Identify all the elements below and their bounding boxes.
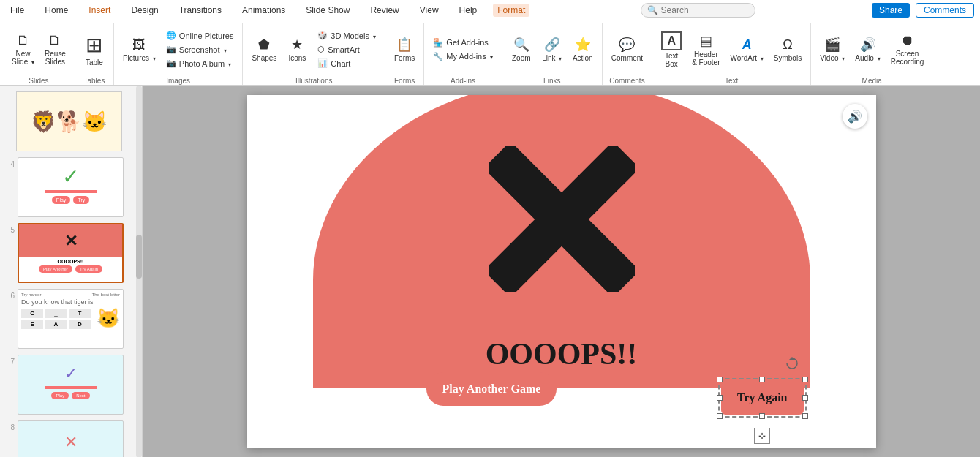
search-input[interactable] bbox=[661, 5, 749, 15]
slide-thumb-5[interactable]: ✕ OOOOPS!! Play Another Try Again bbox=[18, 223, 124, 283]
my-add-ins-dropdown[interactable]: ▾ bbox=[490, 54, 493, 61]
search-bar[interactable]: 🔍 bbox=[641, 3, 755, 18]
handle-mr[interactable] bbox=[802, 395, 808, 401]
shapes-button[interactable]: ⬟ Shapes bbox=[247, 29, 281, 70]
ribbon-group-text: A TextBox ▤ Header& Footer A WordArt ▾ Ω… bbox=[652, 23, 811, 85]
slide-item-7[interactable]: 7 ✓ Play Next bbox=[3, 353, 139, 416]
screenshot-button[interactable]: 📷 Screenshot ▾ bbox=[162, 43, 238, 56]
slide-item-6[interactable]: 6 Try harder The best letter Do you know… bbox=[3, 287, 139, 350]
handle-bl[interactable] bbox=[717, 413, 723, 419]
tables-group-items: ⊞ Table bbox=[80, 23, 109, 75]
ribbon-content: 🗋 NewSlide ▾ 🗋 ReuseSlides Slides ⊞ Tabl… bbox=[0, 20, 980, 85]
comment-button[interactable]: 💬 Comment bbox=[607, 29, 647, 70]
link-button[interactable]: 🔗 Link ▾ bbox=[538, 29, 567, 70]
ribbon-group-media: 🎬 Video ▾ 🔊 Audio ▾ ⏺ ScreenRecording Me… bbox=[811, 23, 932, 85]
photo-album-dropdown[interactable]: ▾ bbox=[228, 61, 231, 68]
share-button[interactable]: Share bbox=[872, 3, 910, 18]
reuse-slides-button[interactable]: 🗋 ReuseSlides bbox=[40, 29, 70, 70]
link-dropdown[interactable]: ▾ bbox=[559, 56, 562, 62]
video-button[interactable]: 🎬 Video ▾ bbox=[815, 29, 849, 70]
handle-bm[interactable] bbox=[759, 413, 765, 419]
pictures-button[interactable]: 🖼 Pictures ▾ bbox=[118, 29, 160, 70]
menu-review[interactable]: Review bbox=[366, 4, 403, 17]
chart-button[interactable]: 📊 Chart bbox=[313, 57, 380, 69]
forms-button[interactable]: 📋 Forms bbox=[390, 29, 419, 70]
slide-6-header: Try harder The best letter bbox=[21, 292, 120, 297]
pictures-dropdown[interactable]: ▾ bbox=[153, 56, 156, 62]
slide-thumb-6[interactable]: Try harder The best letter Do you know t… bbox=[18, 289, 124, 349]
action-icon: ⭐ bbox=[575, 37, 591, 53]
screen-recording-button[interactable]: ⏺ ScreenRecording bbox=[886, 29, 929, 70]
new-slide-dropdown[interactable]: ▾ bbox=[31, 59, 34, 66]
screen-recording-icon: ⏺ bbox=[901, 33, 914, 48]
slide-x-container bbox=[489, 146, 635, 292]
menu-transitions[interactable]: Transitions bbox=[175, 4, 226, 17]
menu-format[interactable]: Format bbox=[493, 4, 529, 17]
slide-item-5[interactable]: 5 ✕ OOOOPS!! Play Another Try Again bbox=[3, 222, 139, 284]
slides-group-items: 🗋 NewSlide ▾ 🗋 ReuseSlides bbox=[7, 23, 70, 75]
slide-thumb-7[interactable]: ✓ Play Next bbox=[18, 355, 124, 415]
audio-dropdown[interactable]: ▾ bbox=[878, 56, 881, 62]
wordart-dropdown[interactable]: ▾ bbox=[761, 56, 764, 62]
comment-icon: 💬 bbox=[619, 37, 635, 53]
menu-view[interactable]: View bbox=[415, 4, 443, 17]
header-footer-button[interactable]: ▤ Header& Footer bbox=[687, 29, 724, 70]
table-button[interactable]: ⊞ Table bbox=[80, 29, 109, 70]
menu-file[interactable]: File bbox=[6, 4, 29, 17]
menu-slideshow[interactable]: Slide Show bbox=[301, 4, 354, 17]
play-another-game-button[interactable]: Play Another Game bbox=[426, 372, 557, 406]
scrollbar-thumb[interactable] bbox=[136, 235, 142, 279]
slide-item-8[interactable]: 8 ✕ bbox=[3, 419, 139, 457]
symbols-button[interactable]: Ω Symbols bbox=[769, 29, 806, 70]
slide-panel-scrollbar[interactable] bbox=[136, 86, 142, 457]
get-add-ins-button[interactable]: 🏪 Get Add-ins bbox=[429, 37, 497, 49]
comments-button[interactable]: Comments bbox=[916, 3, 974, 18]
rotate-handle[interactable] bbox=[785, 356, 799, 371]
link-icon: 🔗 bbox=[544, 37, 560, 53]
my-add-ins-button[interactable]: 🔧 My Add-ins ▾ bbox=[429, 50, 497, 63]
slide-oooops-text: OOOOPS!! bbox=[486, 336, 638, 371]
handle-tm[interactable] bbox=[759, 377, 765, 382]
menu-help[interactable]: Help bbox=[455, 4, 482, 17]
action-button[interactable]: ⭐ Action bbox=[568, 29, 598, 70]
screenshot-dropdown[interactable]: ▾ bbox=[224, 48, 227, 54]
audio-button[interactable]: 🔊 bbox=[843, 104, 867, 129]
slide-item-4[interactable]: 4 ✓ Play Try bbox=[3, 156, 139, 219]
text-box-button[interactable]: A TextBox bbox=[657, 29, 686, 70]
menu-home[interactable]: Home bbox=[40, 4, 72, 17]
menu-animations[interactable]: Animations bbox=[238, 4, 290, 17]
slide-canvas[interactable]: OOOOPS!! Play Another Game bbox=[247, 95, 876, 448]
images-sub-group: 🌐 Online Pictures 📷 Screenshot ▾ 📷 Photo… bbox=[162, 29, 238, 69]
handle-tr[interactable] bbox=[802, 377, 808, 382]
header-footer-label: Header& Footer bbox=[692, 50, 720, 67]
video-dropdown[interactable]: ▾ bbox=[842, 56, 845, 62]
menu-insert[interactable]: Insert bbox=[84, 4, 115, 17]
menu-design[interactable]: Design bbox=[127, 4, 162, 17]
handle-tl[interactable] bbox=[717, 377, 723, 382]
wordart-button[interactable]: A WordArt ▾ bbox=[726, 29, 768, 70]
slide-thumb-prev[interactable]: 🦁🐕🐱 bbox=[16, 91, 122, 151]
audio-button[interactable]: 🔊 Audio ▾ bbox=[851, 29, 884, 70]
online-pictures-button[interactable]: 🌐 Online Pictures bbox=[162, 29, 238, 42]
icons-button[interactable]: ★ Icons bbox=[282, 29, 312, 70]
new-slide-button[interactable]: 🗋 NewSlide ▾ bbox=[7, 29, 39, 70]
reuse-slides-icon: 🗋 bbox=[48, 33, 61, 48]
slide-5-oops: OOOOPS!! bbox=[20, 259, 121, 264]
audio-label: Audio ▾ bbox=[855, 54, 880, 62]
zoom-button[interactable]: 🔍 Zoom bbox=[507, 29, 536, 70]
addins-group-items: 🏪 Get Add-ins 🔧 My Add-ins ▾ bbox=[429, 23, 497, 75]
3d-models-button[interactable]: 🎲 3D Models ▾ bbox=[313, 29, 380, 42]
photo-album-button[interactable]: 📷 Photo Album ▾ bbox=[162, 57, 238, 69]
try-again-button[interactable]: Try Again bbox=[721, 381, 804, 415]
slide-thumb-4[interactable]: ✓ Play Try bbox=[18, 157, 124, 217]
smartart-button[interactable]: ⬡ SmartArt bbox=[313, 43, 380, 56]
wordart-label: WordArt ▾ bbox=[731, 54, 764, 62]
slide-thumb-8[interactable]: ✕ bbox=[18, 420, 124, 457]
move-handle[interactable]: ⊹ bbox=[754, 428, 770, 444]
3d-models-dropdown[interactable]: ▾ bbox=[373, 34, 376, 40]
pictures-label: Pictures ▾ bbox=[123, 54, 156, 62]
slide-5-x: ✕ bbox=[64, 232, 78, 251]
handle-ml[interactable] bbox=[717, 395, 723, 401]
icons-label: Icons bbox=[288, 54, 306, 62]
handle-br[interactable] bbox=[802, 413, 808, 419]
